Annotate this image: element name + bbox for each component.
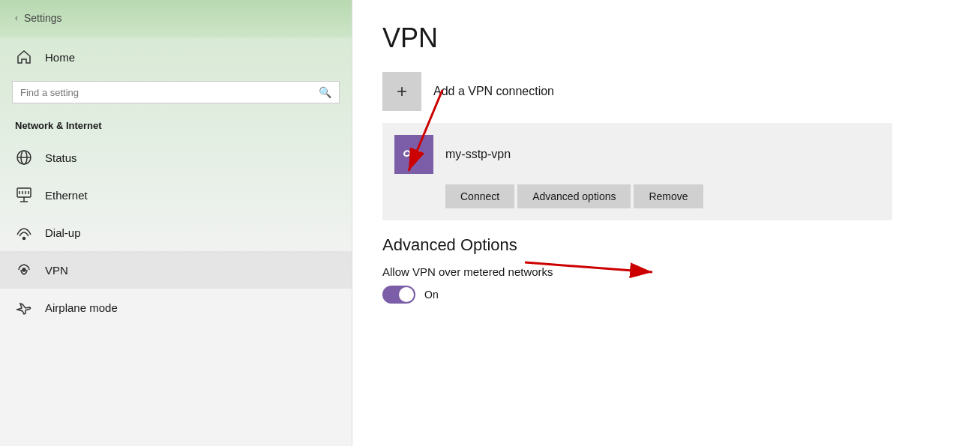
plus-icon: + <box>397 81 407 102</box>
add-vpn-item[interactable]: + Add a VPN connection <box>382 72 950 111</box>
toggle-knob <box>399 287 414 302</box>
advanced-section: Advanced Options Allow VPN over metered … <box>382 235 950 304</box>
ethernet-icon <box>15 186 33 204</box>
vpn-connection-name: my-sstp-vpn <box>445 148 511 161</box>
advanced-section-title: Advanced Options <box>382 235 950 255</box>
sidebar-item-status-label: Status <box>45 151 77 164</box>
sidebar-top: ‹ Settings <box>0 0 352 37</box>
add-vpn-icon: + <box>382 72 421 111</box>
sidebar: ‹ Settings Home 🔍 Network & Internet Sta… <box>0 0 352 446</box>
vpn-connection-header: my-sstp-vpn <box>394 135 880 174</box>
search-box[interactable]: 🔍 <box>12 81 340 103</box>
main-content: VPN + Add a VPN connection my-sstp-vpn C… <box>352 0 980 326</box>
back-label: Settings <box>24 12 62 24</box>
back-button[interactable]: ‹ Settings <box>15 9 337 27</box>
sidebar-item-ethernet[interactable]: Ethernet <box>0 176 352 214</box>
home-label: Home <box>45 51 75 64</box>
svg-point-11 <box>22 268 25 271</box>
connect-button[interactable]: Connect <box>445 184 514 208</box>
status-icon <box>15 148 33 166</box>
search-icon[interactable]: 🔍 <box>319 86 331 98</box>
page-title: VPN <box>382 22 950 54</box>
vpn-actions: Connect Advanced options Remove <box>445 184 880 208</box>
toggle-state-label: On <box>424 289 439 301</box>
home-icon <box>15 48 33 66</box>
sidebar-item-airplane-label: Airplane mode <box>45 301 118 314</box>
add-vpn-label: Add a VPN connection <box>433 85 554 98</box>
sidebar-item-dialup[interactable]: Dial-up <box>0 214 352 251</box>
sidebar-item-vpn-label: VPN <box>45 264 68 277</box>
sidebar-item-dialup-label: Dial-up <box>45 226 81 239</box>
chevron-left-icon: ‹ <box>15 13 18 23</box>
search-input[interactable] <box>20 87 319 98</box>
sidebar-item-ethernet-label: Ethernet <box>45 189 88 202</box>
svg-point-10 <box>23 238 25 240</box>
advanced-options-button[interactable]: Advanced options <box>517 184 631 208</box>
airplane-icon <box>15 298 33 316</box>
home-nav-item[interactable]: Home <box>0 37 352 76</box>
advanced-option-label: Allow VPN over metered networks <box>382 265 950 278</box>
vpn-connection-card: my-sstp-vpn Connect Advanced options Rem… <box>382 123 892 220</box>
remove-button[interactable]: Remove <box>634 184 703 208</box>
vpn-logo <box>394 135 433 174</box>
sidebar-item-airplane[interactable]: Airplane mode <box>0 289 352 326</box>
vpn-metered-toggle[interactable] <box>382 286 415 304</box>
vpn-icon <box>15 261 33 279</box>
sidebar-item-status[interactable]: Status <box>0 139 352 176</box>
sidebar-item-vpn[interactable]: VPN <box>0 251 352 289</box>
section-title: Network & Internet <box>0 115 352 139</box>
main-content-wrapper: VPN + Add a VPN connection my-sstp-vpn C… <box>352 0 980 446</box>
toggle-row: On <box>382 286 950 304</box>
dialup-icon <box>15 223 33 241</box>
